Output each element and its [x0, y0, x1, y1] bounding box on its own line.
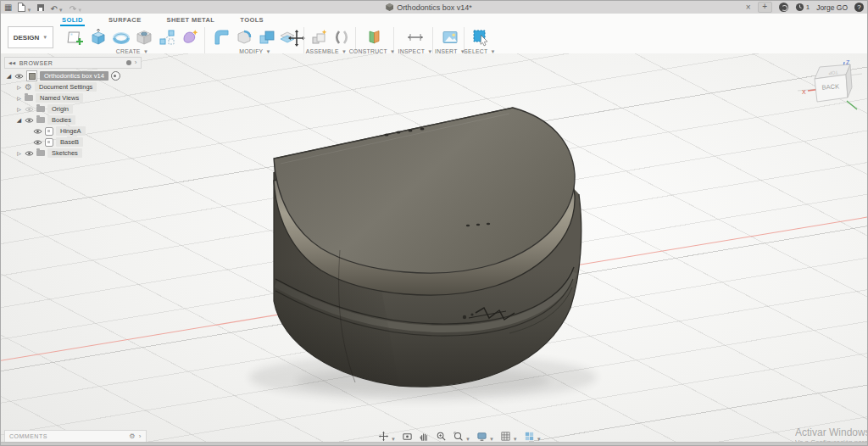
caret-down-icon: ▼: [42, 35, 47, 40]
new-tab-button[interactable]: +: [758, 2, 772, 13]
tree-item-label[interactable]: Named Views: [36, 93, 83, 103]
look-at-button[interactable]: [400, 431, 415, 442]
chevron-right-icon[interactable]: ›: [139, 433, 142, 440]
revolve-icon[interactable]: [111, 27, 131, 47]
viewports-icon: [524, 431, 535, 442]
collapsed-arrow-icon[interactable]: ▷: [16, 84, 22, 90]
redo-button[interactable]: ↷▼: [70, 0, 82, 15]
visibility-eye-icon-dim[interactable]: [25, 106, 34, 113]
panel-options-icon[interactable]: [126, 60, 131, 65]
visibility-eye-icon[interactable]: [33, 128, 42, 135]
notifications-button[interactable]: 1: [795, 3, 810, 12]
pan-hand-icon: [419, 431, 430, 442]
close-tab-button[interactable]: ×: [746, 3, 751, 12]
workspace-selector-label: DESIGN: [14, 34, 40, 42]
combine-icon[interactable]: [257, 27, 277, 47]
comments-options-icon[interactable]: ⚙: [129, 432, 136, 441]
hole-icon[interactable]: [134, 27, 154, 47]
expand-arrow-icon[interactable]: ◢: [6, 73, 12, 80]
orbit-button[interactable]: ▼: [376, 431, 398, 442]
body-icon: [45, 127, 53, 136]
select-icon[interactable]: [470, 27, 491, 47]
visibility-eye-icon[interactable]: [14, 73, 24, 80]
new-component-icon[interactable]: [309, 27, 330, 47]
user-menu[interactable]: Jorge GO: [816, 3, 848, 12]
tree-item-label[interactable]: Orthodontics box v14: [40, 71, 108, 81]
display-settings-button[interactable]: ▼: [475, 431, 496, 442]
body-icon: [45, 138, 53, 147]
viewports-button[interactable]: ▼: [522, 431, 543, 442]
navigation-bar: ▼ ▼ ▼ ▼ ▼: [376, 430, 543, 443]
titlebar-right: × + 1 Jorge GO ?: [746, 1, 864, 14]
browser-header[interactable]: ◀◀ BROWSER ›: [4, 57, 142, 69]
collapsed-arrow-icon[interactable]: ▷: [16, 150, 22, 156]
tab-surface[interactable]: SURFACE: [107, 14, 143, 25]
tree-item-label[interactable]: BaseB: [56, 137, 83, 147]
tab-sheet-metal[interactable]: SHEET METAL: [165, 14, 217, 25]
folder-icon: [36, 150, 45, 156]
tab-solid[interactable]: SOLID: [60, 14, 85, 25]
fit-button[interactable]: ▼: [451, 431, 472, 442]
viewcube-y-axis: [847, 101, 857, 109]
joint-icon[interactable]: [331, 27, 352, 47]
tab-tools[interactable]: TOOLS: [238, 14, 265, 25]
fillet-icon[interactable]: [234, 27, 254, 47]
tree-item-origin[interactable]: ▷ Origin: [16, 103, 73, 114]
app-menu-icon[interactable]: ▦: [4, 2, 12, 13]
collapsed-arrow-icon[interactable]: ▷: [16, 106, 22, 112]
zoom-button[interactable]: [434, 431, 448, 442]
tree-item-label[interactable]: HingeA: [56, 126, 86, 136]
document-tab[interactable]: Orthodontics box v14*: [386, 1, 472, 14]
tree-item-bodies[interactable]: ◢ Bodies: [16, 114, 75, 125]
tree-item-label[interactable]: Sketches: [47, 148, 82, 158]
tree-item-sketches[interactable]: ▷ Sketches: [16, 148, 82, 159]
tree-item-label[interactable]: Bodies: [47, 115, 75, 125]
tree-item-named-views[interactable]: ▷ Named Views: [16, 92, 83, 103]
pattern-icon[interactable]: [157, 27, 177, 47]
model-orthodontics-box[interactable]: [1, 53, 868, 446]
measure-icon[interactable]: [405, 27, 426, 47]
zoom-icon: [436, 431, 447, 442]
new-file-button[interactable]: ▼: [18, 0, 31, 15]
save-icon[interactable]: [37, 4, 44, 11]
visibility-eye-icon[interactable]: [25, 117, 34, 124]
extensions-icon[interactable]: [779, 3, 788, 12]
chevron-right-icon[interactable]: ›: [135, 59, 137, 66]
redo-icon: ↷: [70, 4, 76, 14]
tree-item-label[interactable]: Origin: [47, 104, 73, 114]
title-bar: ▦ ▼ ↶▼ ↷▼ Orthodontics box v14* × + 1 Jo…: [1, 1, 867, 14]
tree-item-hingea[interactable]: HingeA: [33, 125, 86, 137]
construct-plane-icon[interactable]: [364, 27, 384, 47]
folder-icon: [36, 117, 45, 123]
expand-arrow-icon[interactable]: ◢: [16, 117, 22, 124]
insert-canvas-icon[interactable]: [440, 27, 460, 47]
caret-down-icon: ▼: [58, 8, 64, 13]
press-pull-icon[interactable]: [211, 27, 231, 47]
comments-bar[interactable]: COMMENTS ⚙ ›: [4, 430, 147, 443]
tree-item-label[interactable]: Document Settings: [35, 82, 97, 92]
extrude-icon[interactable]: [88, 27, 108, 47]
tree-item-baseb[interactable]: BaseB: [33, 137, 83, 148]
folder-icon: [36, 106, 45, 112]
comments-label: COMMENTS: [9, 433, 47, 439]
visibility-eye-icon[interactable]: [25, 150, 34, 157]
grid-settings-button[interactable]: ▼: [498, 431, 520, 442]
viewport-canvas[interactable]: ◀◀ BROWSER › ◢ Orthodontics box v14 ▷ ⚙ …: [1, 53, 868, 446]
help-button[interactable]: ?: [854, 3, 864, 12]
create-form-icon[interactable]: [180, 27, 200, 47]
pan-button[interactable]: [417, 431, 431, 442]
collapsed-arrow-icon[interactable]: ▷: [16, 95, 22, 101]
visibility-eye-icon[interactable]: [33, 139, 42, 146]
tree-item-root[interactable]: ◢ Orthodontics box v14: [6, 70, 120, 81]
create-sketch-icon[interactable]: [65, 27, 86, 47]
workspace-tab-strip: SOLID SURFACE SHEET METAL TOOLS: [60, 14, 265, 25]
workspace-selector-button[interactable]: DESIGN ▼: [8, 26, 53, 48]
activate-component-radio[interactable]: [111, 71, 120, 81]
collapse-panel-icon[interactable]: ◀◀: [8, 60, 16, 65]
notification-count: 1: [806, 3, 810, 11]
undo-button[interactable]: ↶▼: [50, 0, 63, 15]
tree-item-document-settings[interactable]: ▷ ⚙ Document Settings: [16, 81, 97, 92]
viewcube-top-label: TOP: [828, 70, 838, 76]
component-icon: [26, 70, 37, 81]
view-cube[interactable]: X Z BACK TOP: [796, 55, 864, 123]
